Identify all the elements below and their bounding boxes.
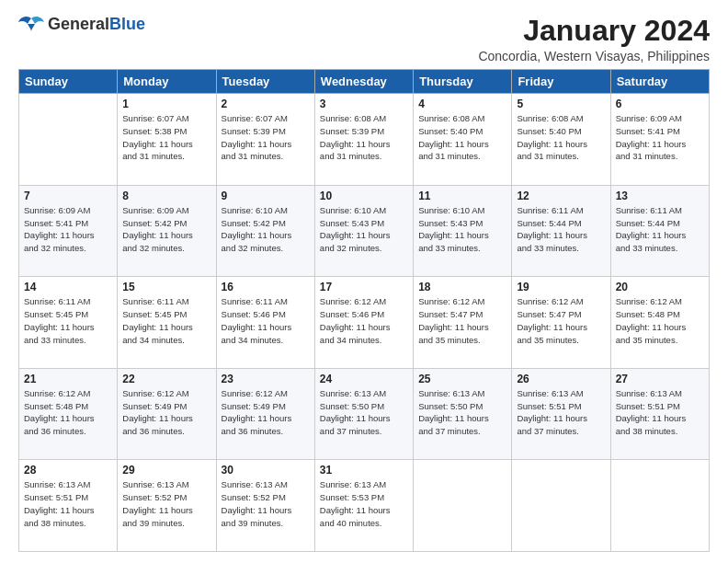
day-number: 6 bbox=[616, 98, 704, 110]
calendar-day-cell: 9Sunrise: 6:10 AM Sunset: 5:42 PM Daylig… bbox=[216, 185, 314, 277]
day-number: 15 bbox=[122, 281, 210, 293]
calendar-day-cell: 25Sunrise: 6:13 AM Sunset: 5:50 PM Dayli… bbox=[414, 368, 512, 460]
day-info: Sunrise: 6:13 AM Sunset: 5:51 PM Dayligh… bbox=[517, 387, 605, 438]
calendar-week-row: 14Sunrise: 6:11 AM Sunset: 5:45 PM Dayli… bbox=[19, 277, 710, 369]
calendar-day-cell: 1Sunrise: 6:07 AM Sunset: 5:38 PM Daylig… bbox=[118, 94, 216, 186]
day-number: 7 bbox=[24, 190, 112, 202]
calendar-day-header: Friday bbox=[512, 70, 610, 94]
day-info: Sunrise: 6:08 AM Sunset: 5:39 PM Dayligh… bbox=[320, 112, 408, 163]
calendar-day-cell: 31Sunrise: 6:13 AM Sunset: 5:53 PM Dayli… bbox=[314, 460, 413, 552]
calendar-day-cell: 20Sunrise: 6:12 AM Sunset: 5:48 PM Dayli… bbox=[610, 277, 709, 369]
day-info: Sunrise: 6:11 AM Sunset: 5:44 PM Dayligh… bbox=[616, 204, 704, 255]
calendar-day-cell: 30Sunrise: 6:13 AM Sunset: 5:52 PM Dayli… bbox=[216, 460, 314, 552]
day-info: Sunrise: 6:10 AM Sunset: 5:43 PM Dayligh… bbox=[320, 204, 408, 255]
day-info: Sunrise: 6:11 AM Sunset: 5:45 PM Dayligh… bbox=[122, 295, 210, 346]
day-info: Sunrise: 6:11 AM Sunset: 5:44 PM Dayligh… bbox=[517, 204, 605, 255]
calendar-day-cell: 13Sunrise: 6:11 AM Sunset: 5:44 PM Dayli… bbox=[610, 185, 709, 277]
day-number: 17 bbox=[320, 281, 408, 293]
day-number: 27 bbox=[616, 373, 704, 385]
day-info: Sunrise: 6:13 AM Sunset: 5:51 PM Dayligh… bbox=[24, 478, 112, 529]
day-number: 22 bbox=[122, 373, 210, 385]
day-info: Sunrise: 6:12 AM Sunset: 5:48 PM Dayligh… bbox=[616, 295, 704, 346]
day-number: 9 bbox=[222, 190, 310, 202]
calendar-day-cell: 27Sunrise: 6:13 AM Sunset: 5:51 PM Dayli… bbox=[610, 368, 709, 460]
day-info: Sunrise: 6:12 AM Sunset: 5:47 PM Dayligh… bbox=[418, 295, 506, 346]
day-number: 18 bbox=[418, 281, 506, 293]
day-info: Sunrise: 6:13 AM Sunset: 5:53 PM Dayligh… bbox=[320, 478, 408, 529]
calendar-day-header: Saturday bbox=[610, 70, 709, 94]
calendar-day-cell: 14Sunrise: 6:11 AM Sunset: 5:45 PM Dayli… bbox=[19, 277, 118, 369]
day-number: 3 bbox=[320, 98, 408, 110]
day-info: Sunrise: 6:10 AM Sunset: 5:43 PM Dayligh… bbox=[418, 204, 506, 255]
day-info: Sunrise: 6:12 AM Sunset: 5:46 PM Dayligh… bbox=[320, 295, 408, 346]
day-info: Sunrise: 6:11 AM Sunset: 5:46 PM Dayligh… bbox=[222, 295, 310, 346]
calendar-day-cell: 22Sunrise: 6:12 AM Sunset: 5:49 PM Dayli… bbox=[118, 368, 216, 460]
day-number: 8 bbox=[122, 190, 210, 202]
calendar-day-header: Tuesday bbox=[216, 70, 314, 94]
day-number: 16 bbox=[222, 281, 310, 293]
calendar-day-cell: 15Sunrise: 6:11 AM Sunset: 5:45 PM Dayli… bbox=[118, 277, 216, 369]
calendar-day-header: Wednesday bbox=[314, 70, 413, 94]
day-number: 11 bbox=[418, 190, 506, 202]
day-number: 28 bbox=[24, 464, 112, 477]
day-number: 1 bbox=[122, 98, 210, 110]
calendar-day-cell: 24Sunrise: 6:13 AM Sunset: 5:50 PM Dayli… bbox=[314, 368, 413, 460]
calendar-header-row: SundayMondayTuesdayWednesdayThursdayFrid… bbox=[19, 70, 710, 94]
day-number: 5 bbox=[517, 98, 605, 110]
day-info: Sunrise: 6:12 AM Sunset: 5:49 PM Dayligh… bbox=[222, 387, 310, 438]
day-info: Sunrise: 6:12 AM Sunset: 5:48 PM Dayligh… bbox=[24, 387, 112, 438]
title-block: January 2024 Concordia, Western Visayas,… bbox=[478, 15, 710, 63]
day-number: 14 bbox=[24, 281, 112, 293]
calendar-day-cell: 7Sunrise: 6:09 AM Sunset: 5:41 PM Daylig… bbox=[19, 185, 118, 277]
day-info: Sunrise: 6:13 AM Sunset: 5:51 PM Dayligh… bbox=[616, 387, 704, 438]
day-info: Sunrise: 6:11 AM Sunset: 5:45 PM Dayligh… bbox=[24, 295, 112, 346]
calendar-day-cell: 8Sunrise: 6:09 AM Sunset: 5:42 PM Daylig… bbox=[118, 185, 216, 277]
day-info: Sunrise: 6:08 AM Sunset: 5:40 PM Dayligh… bbox=[418, 112, 506, 163]
day-info: Sunrise: 6:07 AM Sunset: 5:39 PM Dayligh… bbox=[222, 112, 310, 163]
calendar-week-row: 7Sunrise: 6:09 AM Sunset: 5:41 PM Daylig… bbox=[19, 185, 710, 277]
calendar-day-cell: 29Sunrise: 6:13 AM Sunset: 5:52 PM Dayli… bbox=[118, 460, 216, 552]
day-number: 2 bbox=[222, 98, 310, 110]
day-number: 31 bbox=[320, 464, 408, 477]
calendar-day-cell: 16Sunrise: 6:11 AM Sunset: 5:46 PM Dayli… bbox=[216, 277, 314, 369]
day-number: 13 bbox=[616, 190, 704, 202]
day-info: Sunrise: 6:07 AM Sunset: 5:38 PM Dayligh… bbox=[122, 112, 210, 163]
day-number: 10 bbox=[320, 190, 408, 202]
logo-bird-icon bbox=[18, 15, 44, 35]
location: Concordia, Western Visayas, Philippines bbox=[478, 49, 710, 63]
calendar-day-cell: 10Sunrise: 6:10 AM Sunset: 5:43 PM Dayli… bbox=[314, 185, 413, 277]
day-info: Sunrise: 6:13 AM Sunset: 5:50 PM Dayligh… bbox=[320, 387, 408, 438]
calendar-day-cell bbox=[414, 460, 512, 552]
logo: GeneralBlue bbox=[18, 15, 145, 35]
header: GeneralBlue January 2024 Concordia, West… bbox=[18, 15, 710, 63]
day-info: Sunrise: 6:10 AM Sunset: 5:42 PM Dayligh… bbox=[222, 204, 310, 255]
calendar-day-cell bbox=[512, 460, 610, 552]
calendar-day-cell: 6Sunrise: 6:09 AM Sunset: 5:41 PM Daylig… bbox=[610, 94, 709, 186]
logo-text: GeneralBlue bbox=[48, 16, 145, 34]
calendar-day-cell: 21Sunrise: 6:12 AM Sunset: 5:48 PM Dayli… bbox=[19, 368, 118, 460]
calendar-day-cell: 19Sunrise: 6:12 AM Sunset: 5:47 PM Dayli… bbox=[512, 277, 610, 369]
calendar-day-cell: 2Sunrise: 6:07 AM Sunset: 5:39 PM Daylig… bbox=[216, 94, 314, 186]
day-info: Sunrise: 6:12 AM Sunset: 5:47 PM Dayligh… bbox=[517, 295, 605, 346]
page: GeneralBlue January 2024 Concordia, West… bbox=[0, 0, 728, 563]
calendar-day-header: Monday bbox=[118, 70, 216, 94]
calendar-week-row: 28Sunrise: 6:13 AM Sunset: 5:51 PM Dayli… bbox=[19, 460, 710, 552]
calendar-day-header: Sunday bbox=[19, 70, 118, 94]
month-title: January 2024 bbox=[478, 15, 710, 47]
calendar-week-row: 21Sunrise: 6:12 AM Sunset: 5:48 PM Dayli… bbox=[19, 368, 710, 460]
calendar-day-cell: 5Sunrise: 6:08 AM Sunset: 5:40 PM Daylig… bbox=[512, 94, 610, 186]
calendar-day-cell: 4Sunrise: 6:08 AM Sunset: 5:40 PM Daylig… bbox=[414, 94, 512, 186]
calendar-week-row: 1Sunrise: 6:07 AM Sunset: 5:38 PM Daylig… bbox=[19, 94, 710, 186]
day-info: Sunrise: 6:09 AM Sunset: 5:41 PM Dayligh… bbox=[24, 204, 112, 255]
calendar-day-cell: 26Sunrise: 6:13 AM Sunset: 5:51 PM Dayli… bbox=[512, 368, 610, 460]
day-number: 20 bbox=[616, 281, 704, 293]
calendar-table: SundayMondayTuesdayWednesdayThursdayFrid… bbox=[18, 69, 710, 552]
day-number: 23 bbox=[222, 373, 310, 385]
calendar-day-cell: 3Sunrise: 6:08 AM Sunset: 5:39 PM Daylig… bbox=[314, 94, 413, 186]
day-info: Sunrise: 6:09 AM Sunset: 5:42 PM Dayligh… bbox=[122, 204, 210, 255]
calendar-day-header: Thursday bbox=[414, 70, 512, 94]
calendar-day-cell: 18Sunrise: 6:12 AM Sunset: 5:47 PM Dayli… bbox=[414, 277, 512, 369]
calendar-day-cell bbox=[19, 94, 118, 186]
day-number: 24 bbox=[320, 373, 408, 385]
day-info: Sunrise: 6:13 AM Sunset: 5:52 PM Dayligh… bbox=[122, 478, 210, 529]
